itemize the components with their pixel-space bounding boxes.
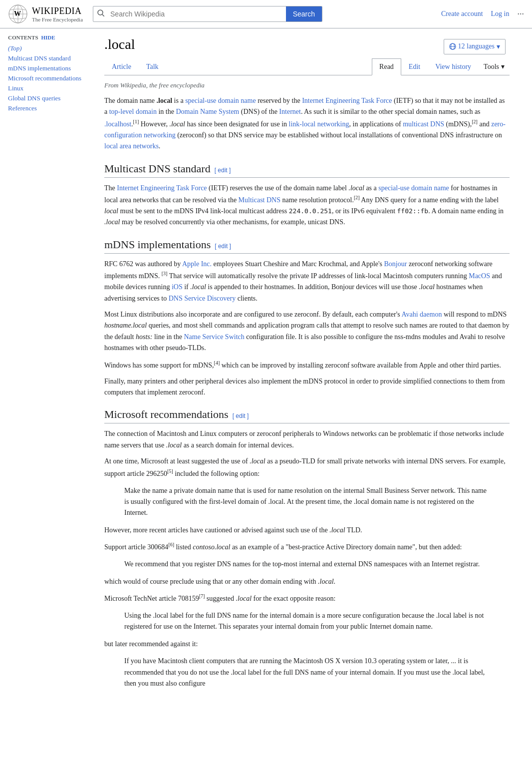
toc-link-microsoft[interactable]: Microsoft recommendations <box>8 74 81 82</box>
toc-link-references[interactable]: References <box>8 104 37 112</box>
search-input[interactable] <box>108 7 286 21</box>
toc-link-global-dns[interactable]: Global DNS queries <box>8 94 60 102</box>
footnote-7: [7] <box>199 593 205 599</box>
tab-edit[interactable]: Edit <box>401 58 428 75</box>
macos-link[interactable]: MacOS <box>469 272 490 280</box>
microsoft-p1: The connection of Macintosh and Linux co… <box>104 428 510 451</box>
nss-link[interactable]: Name Service Switch <box>184 333 244 341</box>
language-button[interactable]: 12 languages ▾ <box>444 39 506 54</box>
local-label-italic: local <box>104 207 118 215</box>
create-account-link[interactable]: Create account <box>441 10 483 18</box>
section-multicast-dns: Multicast DNS standard [ edit ] The Inte… <box>104 162 510 228</box>
language-count: 12 languages <box>458 42 495 50</box>
local-domain-bold: .local <box>157 97 173 104</box>
toc-link-linux[interactable]: Linux <box>8 84 23 92</box>
wikipedia-subtitle: The Free Encyclopedia <box>32 16 83 22</box>
tab-read[interactable]: Read <box>372 58 401 75</box>
tools-label: Tools <box>484 63 499 71</box>
blockquote-1-text: Make the name a private domain name that… <box>124 485 490 519</box>
local-italic-ms3: .local <box>329 526 345 534</box>
toc-label: Contents <box>8 34 38 40</box>
edit-multicast-link[interactable]: [ edit ] <box>215 167 231 174</box>
from-line: From Wikipedia, the free encyclopedia <box>104 81 510 89</box>
footnote-1: [1] <box>133 119 139 124</box>
article-main: .local 12 languages ▾ Article Talk Read … <box>92 28 522 776</box>
section-heading-multicast-text: Multicast DNS standard <box>104 162 211 175</box>
multicast-dns-link-2[interactable]: Multicast DNS <box>239 196 280 204</box>
section-mdns-impl: mDNS implementations [ edit ] RFC 6762 w… <box>104 238 510 398</box>
microsoft-p5: which would of course preclude using tha… <box>104 576 510 587</box>
tab-talk[interactable]: Talk <box>139 58 166 75</box>
special-use-link[interactable]: special-use domain name <box>185 97 256 104</box>
toc-item-multicast: Multicast DNS standard <box>8 53 84 63</box>
local-italic-1: .local <box>169 120 185 127</box>
local-italic-multicast: .local <box>348 184 364 192</box>
microsoft-p7: but later recommended against it: <box>104 639 510 650</box>
toc-hide-button[interactable]: hide <box>41 34 55 40</box>
more-options-icon[interactable]: ··· <box>518 9 525 19</box>
avahi-link[interactable]: Avahi daemon <box>401 311 442 318</box>
ietf-link-2[interactable]: Internet Engineering Task Force <box>117 184 207 192</box>
article-title: .local <box>104 36 135 52</box>
footnote-6: [6] <box>168 542 174 547</box>
ios-link[interactable]: iOS <box>172 283 183 291</box>
toc-link-multicast[interactable]: Multicast DNS standard <box>8 54 71 62</box>
apple-link[interactable]: Apple Inc. <box>182 260 212 268</box>
dns-link[interactable]: Domain Name System <box>176 108 239 115</box>
toc-item-mdns: mDNS implementations <box>8 63 84 73</box>
edit-mdns-link[interactable]: [ edit ] <box>215 243 231 250</box>
tab-article[interactable]: Article <box>104 58 139 75</box>
local-italic-ms5: .local <box>236 595 252 602</box>
toc-item-global-dns: Global DNS queries <box>8 93 84 103</box>
multicast-dns-link[interactable]: multicast DNS <box>403 120 444 127</box>
local-italic-bonjour2: .local <box>419 283 435 291</box>
special-use-link-2[interactable]: special-use domain name <box>378 184 449 192</box>
footnote-2: [2] <box>472 119 478 124</box>
footnote-5: [5] <box>167 468 173 474</box>
mdns-p3: Windows has some support for mDNS,[4] wh… <box>104 359 510 371</box>
search-bar: Search <box>93 6 322 22</box>
toc-title: Contents hide <box>8 34 84 40</box>
login-link[interactable]: Log in <box>491 10 510 18</box>
blockquote-3: Using the .local label for the full DNS … <box>124 610 490 633</box>
blockquote-2: We recommend that you register DNS names… <box>124 559 490 570</box>
toc-item-microsoft: Microsoft recommendations <box>8 73 84 83</box>
microsoft-p3: However, more recent articles have cauti… <box>104 525 510 536</box>
lan-link[interactable]: local area networks <box>104 142 159 150</box>
section-heading-microsoft: Microsoft recommendations [ edit ] <box>104 408 510 423</box>
toc-item-linux: Linux <box>8 83 84 93</box>
language-chevron-icon: ▾ <box>497 42 500 51</box>
ipv4-address: 224.0.0.251 <box>289 207 332 215</box>
ietf-link[interactable]: Internet Engineering Task Force <box>302 97 392 104</box>
tab-view-history[interactable]: View history <box>428 58 479 75</box>
local-italic-bonjour: .local <box>190 283 206 291</box>
toc-list: (Top) Multicast DNS standard mDNS implem… <box>8 43 84 113</box>
edit-microsoft-link[interactable]: [ edit ] <box>233 412 249 419</box>
wikipedia-logo[interactable]: W WIKIPEDIA The Free Encyclopedia <box>8 4 83 24</box>
section-heading-mdns: mDNS implementations [ edit ] <box>104 238 510 254</box>
mdns-p4: Finally, many printers and other periphe… <box>104 376 510 398</box>
svg-text:W: W <box>14 10 21 17</box>
local-italic-ms2: .local <box>250 457 266 465</box>
tools-dropdown[interactable]: Tools ▾ <box>479 59 510 74</box>
mdns-p2: Most Linux distributions also incorporat… <box>104 309 510 354</box>
article-intro: The domain name .local is a special-use … <box>104 95 510 152</box>
local-italic-ms1: .local <box>166 441 182 449</box>
search-button[interactable]: Search <box>286 6 322 21</box>
mdns-p1: RFC 6762 was authored by Apple Inc. empl… <box>104 259 510 304</box>
header-actions: Create account Log in ··· <box>441 9 524 19</box>
link-local-link[interactable]: link-local networking <box>289 120 349 127</box>
footnote-2b: [2] <box>354 195 360 200</box>
blockquote-3-text: Using the .local label for the full DNS … <box>124 610 490 633</box>
toc-link-top[interactable]: (Top) <box>8 44 22 52</box>
dns-sd-link[interactable]: DNS Service Discovery <box>169 295 236 302</box>
localhost-link[interactable]: .localhost <box>104 120 131 127</box>
svg-line-7 <box>102 14 104 16</box>
tools-chevron-icon: ▾ <box>501 62 505 71</box>
toc-link-mdns[interactable]: mDNS implementations <box>8 64 71 72</box>
contoso-italic: contoso.local <box>193 543 230 551</box>
bonjour-link[interactable]: Bonjour <box>384 260 407 268</box>
hostname-local-italic: hostname.local <box>104 322 147 329</box>
tld-link[interactable]: top-level domain <box>109 108 157 115</box>
internet-link[interactable]: Internet <box>279 108 301 115</box>
